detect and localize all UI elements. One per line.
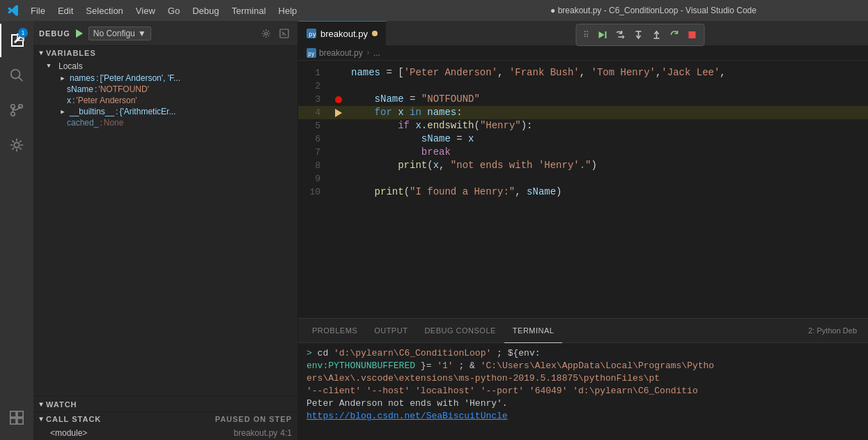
menu-debug[interactable]: Debug	[187, 4, 224, 17]
breadcrumb: py breakout.py › ...	[298, 45, 868, 61]
debug-icons-right	[258, 27, 292, 40]
menu-terminal[interactable]: Terminal	[226, 4, 271, 17]
panel-tab-output[interactable]: OUTPUT	[366, 319, 416, 343]
sidebar: DEBUG No Configu ▼	[33, 21, 298, 440]
code-line-6: 6 sName = x	[298, 132, 868, 146]
code-editor: 1 names = ['Peter Anderson', 'Frank Bush…	[298, 61, 868, 318]
debug-step-out-button[interactable]	[648, 28, 665, 42]
breadcrumb-separator: ›	[366, 48, 371, 58]
debug-settings-button[interactable]	[258, 27, 274, 40]
tab-modified-dot	[372, 31, 378, 36]
panel-tab-terminal[interactable]: TERMINAL	[504, 319, 563, 343]
callstack-chevron: ▼	[39, 416, 43, 423]
activity-extensions[interactable]	[0, 401, 33, 434]
line-num-3: 3	[298, 93, 332, 106]
line-gutter-3	[332, 96, 346, 103]
callstack-status: PAUSED ON STEP	[215, 415, 292, 423]
panel-tab-debug-console[interactable]: DEBUG CONSOLE	[416, 319, 504, 343]
terminal-line-4: '--client' '--host' 'localhost' '--port'…	[307, 385, 860, 397]
watch-section: ▼ WATCH	[33, 394, 297, 411]
code-text-6: sName = x	[346, 132, 474, 146]
tab-label: breakout.py	[320, 29, 368, 39]
var-names[interactable]: ▶ names : ['Peter Anderson', 'F...	[33, 73, 297, 84]
debug-stop-button[interactable]	[684, 29, 699, 41]
activity-explorer[interactable]: 1	[0, 24, 33, 57]
svg-rect-23	[688, 31, 695, 38]
breadcrumb-more[interactable]: ...	[373, 48, 380, 58]
terminal-line-2: env:PYTHONUNBUFFERED }= '1' ; & 'C:\User…	[307, 360, 860, 372]
debug-step-over-button[interactable]	[612, 28, 628, 42]
debug-play-button[interactable]	[75, 29, 84, 38]
menu-selection[interactable]: Selection	[80, 4, 128, 17]
svg-marker-11	[76, 29, 83, 38]
code-text-3: sName = "NOTFOUND"	[346, 93, 480, 106]
svg-text:py: py	[309, 31, 316, 38]
debug-toolbar-area: DEBUG No Configu ▼	[33, 21, 297, 46]
locals-expand-icon: ▼	[45, 62, 53, 70]
debug-step-into-button[interactable]	[630, 28, 646, 42]
activity-search[interactable]	[0, 59, 33, 92]
watch-section-header[interactable]: ▼ WATCH	[33, 397, 297, 411]
editor-area: py breakout.py ⠿	[298, 21, 868, 440]
svg-rect-17	[605, 31, 606, 38]
var-sname[interactable]: sName : 'NOTFOUND'	[33, 84, 297, 95]
panel-tab-problems[interactable]: PROBLEMS	[304, 319, 366, 343]
panel-tabs: PROBLEMS OUTPUT DEBUG CONSOLE TERMINAL 2…	[298, 319, 868, 343]
variables-title: VARIABLES	[46, 49, 292, 57]
var-builtins[interactable]: ▶ __builtins__ : {'ArithmeticEr...	[33, 106, 297, 117]
line-num-7: 7	[298, 146, 332, 159]
line-num-4: 4	[298, 106, 332, 119]
code-line-5: 5 if x.endswith("Henry"):	[298, 119, 868, 132]
drag-handle-icon[interactable]: ⠿	[580, 30, 592, 40]
debug-config-select[interactable]: No Configu ▼	[88, 26, 151, 40]
line-num-6: 6	[298, 132, 332, 146]
callstack-frame[interactable]: <module> breakout.py 4:1	[33, 426, 297, 440]
debug-continue-button[interactable]	[594, 28, 610, 42]
activity-debug[interactable]	[0, 128, 33, 162]
names-expand-icon: ▶	[59, 74, 67, 82]
code-line-8: 8 print(x, "not ends with 'Henry'.")	[298, 159, 868, 172]
debug-restart-button[interactable]	[666, 28, 683, 42]
menu-file[interactable]: File	[25, 4, 51, 17]
debug-terminal-button[interactable]	[277, 27, 292, 40]
tab-breakout-py[interactable]: py breakout.py	[298, 21, 387, 45]
variables-chevron: ▼	[39, 50, 43, 57]
code-text-8: print(x, "not ends with 'Henry'.")	[346, 159, 597, 172]
code-line-3: 3 sName = "NOTFOUND"	[298, 93, 868, 106]
svg-point-1	[11, 70, 20, 79]
code-line-10: 10 print("I found a Henry:", sName)	[298, 185, 868, 199]
callstack-section: ▼ CALL STACK PAUSED ON STEP <module> bre…	[33, 411, 297, 440]
svg-point-4	[11, 112, 15, 116]
code-line-2: 2	[298, 79, 868, 93]
line-gutter-4	[332, 109, 346, 117]
menu-edit[interactable]: Edit	[52, 4, 79, 17]
svg-point-3	[11, 105, 15, 109]
code-content[interactable]: 1 names = ['Peter Anderson', 'Frank Bush…	[298, 61, 868, 318]
terminal-line-5: Peter Anderson not ends with 'Henry'.	[307, 397, 860, 410]
breakpoint-indicator-3	[335, 96, 342, 103]
menu-go[interactable]: Go	[162, 4, 185, 17]
panel-area: PROBLEMS OUTPUT DEBUG CONSOLE TERMINAL 2…	[298, 318, 868, 440]
panel-right-label: 2: Python Deb	[803, 326, 862, 335]
menu-help[interactable]: Help	[273, 4, 303, 17]
locals-scope[interactable]: ▼ Locals	[33, 60, 297, 73]
breadcrumb-filename[interactable]: breakout.py	[319, 48, 363, 58]
debug-float-toolbar: ⠿	[575, 24, 704, 46]
line-num-9: 9	[298, 172, 332, 185]
terminal-content[interactable]: > cd 'd:\pylearn\C6_ConditionLoop' ; ${e…	[298, 343, 868, 440]
var-cached[interactable]: cached_ : None	[33, 117, 297, 128]
activity-git[interactable]	[0, 93, 33, 127]
var-x[interactable]: x : 'Peter Anderson'	[33, 95, 297, 106]
breadcrumb-file-icon: py	[307, 48, 316, 58]
terminal-link[interactable]: https://blog.csdn.net/SeaBiscuitUncle	[307, 411, 508, 421]
terminal-link-line: https://blog.csdn.net/SeaBiscuitUncle	[307, 410, 860, 423]
vscode-logo-icon	[7, 4, 20, 17]
callstack-header[interactable]: ▼ CALL STACK PAUSED ON STEP	[33, 412, 297, 426]
svg-line-2	[19, 77, 22, 81]
code-line-1: 1 names = ['Peter Anderson', 'Frank Bush…	[298, 66, 868, 79]
menu-view[interactable]: View	[130, 4, 161, 17]
debug-label: DEBUG	[39, 29, 70, 38]
svg-marker-16	[598, 31, 604, 38]
variables-section-header[interactable]: ▼ VARIABLES	[33, 46, 297, 60]
locals-label: Locals	[59, 61, 83, 71]
